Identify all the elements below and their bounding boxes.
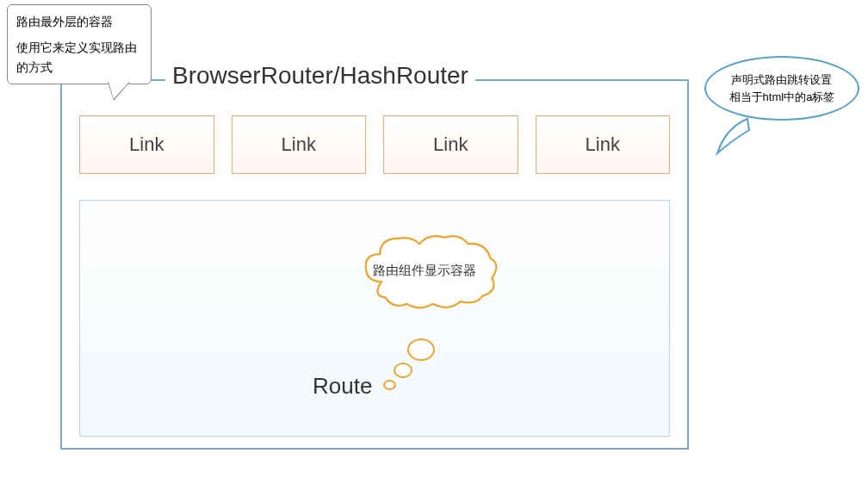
link-box-2: Link: [232, 115, 367, 174]
link-box-3: Link: [383, 115, 518, 174]
callout-router-container: 路由最外层的容器 使用它来定义实现路由的方式: [7, 4, 152, 84]
link-row: Link Link Link Link: [79, 115, 670, 174]
callout-text-line1: 路由最外层的容器: [16, 12, 142, 31]
route-display-area: 路由组件显示容器 Route: [79, 200, 670, 437]
callout-link-description: 声明式路由跳转设置 相当于html中的a标签: [704, 56, 859, 133]
callout-right-line2: 相当于html中的a标签: [729, 89, 835, 106]
cloud-label: 路由组件显示容器: [373, 263, 476, 279]
thought-bubble-2: [394, 363, 412, 378]
speech-bubble: 声明式路由跳转设置 相当于html中的a标签: [704, 56, 859, 121]
router-container-box: BrowserRouter/HashRouter Link Link Link …: [60, 79, 689, 450]
speech-tail-icon: [713, 115, 756, 158]
router-title: BrowserRouter/HashRouter: [165, 62, 475, 90]
link-box-4: Link: [536, 115, 671, 174]
link-box-1: Link: [79, 115, 214, 174]
thought-bubble-3: [383, 380, 396, 390]
route-label: Route: [313, 373, 372, 400]
callout-right-line1: 声明式路由跳转设置: [729, 71, 835, 89]
callout-text-line2: 使用它来定义实现路由的方式: [16, 38, 142, 77]
thought-bubble-1: [407, 338, 435, 361]
